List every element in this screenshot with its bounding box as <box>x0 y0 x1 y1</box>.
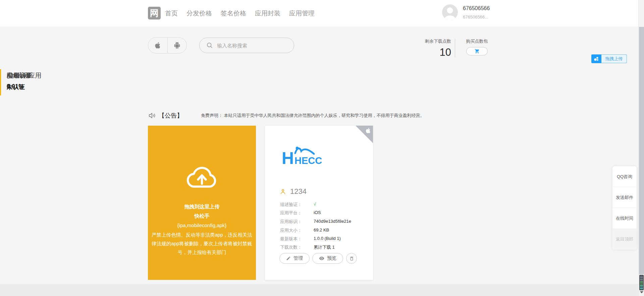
divider <box>455 39 455 57</box>
buy-points-label: 购买点数包 <box>463 38 491 44</box>
ribbon-apple-icon <box>365 127 371 134</box>
side-panel: QQ咨询 发送邮件 在线时间 返回顶部 <box>612 166 637 250</box>
cloud-upload-icon <box>182 162 222 192</box>
detail-label: 应用标识： <box>280 219 314 225</box>
upload-filetypes: {ipa,mobileconfig,apk} <box>148 222 256 228</box>
buy-points: 购买点数包 <box>463 38 491 55</box>
remaining-points-label: 剩余下载点数 <box>406 38 451 44</box>
footer-band <box>0 284 644 296</box>
app-users: 1234 <box>280 187 307 196</box>
svg-text:HECC: HECC <box>294 155 322 166</box>
upload-line1: 拖拽到这里上传 <box>148 204 256 210</box>
detail-label: 下载次数： <box>280 244 314 250</box>
cart-icon <box>475 49 480 54</box>
detail-value: 69.2 KB <box>314 227 329 234</box>
card-actions: 管理 预览 <box>279 253 357 264</box>
nav-item-signing-price[interactable]: 签名价格 <box>221 9 246 18</box>
nav-item-app-management[interactable]: 应用管理 <box>289 9 315 18</box>
drag-upload-button[interactable]: 拖拽上传 <box>591 54 627 63</box>
detail-row-platform: 应用平台： iOS <box>280 210 367 216</box>
detail-label: 描述验证： <box>280 202 314 208</box>
app-card: H HECC 1234 描述验证： √ 应用平台： iOS 应用标识： 740d… <box>265 126 373 280</box>
upload-dropzone[interactable]: 拖拽到这里上传 快松手 {ipa,mobileconfig,apk} 严禁上传色… <box>148 126 256 280</box>
remaining-points: 剩余下载点数 10 <box>406 38 451 58</box>
detail-row-identifier: 应用标识： 740d9e13d5f8e21e <box>280 219 367 225</box>
side-item-qq[interactable]: QQ咨询 <box>612 166 637 187</box>
scrollbar <box>638 0 644 296</box>
preview-button[interactable]: 预览 <box>312 253 343 264</box>
cloud-cluster-icon <box>591 54 601 63</box>
drag-upload-label: 拖拽上传 <box>601 54 627 63</box>
side-item-online-time[interactable]: 在线时间 <box>612 208 637 229</box>
svg-text:H: H <box>282 149 294 167</box>
app-logo[interactable]: H HECC <box>282 146 334 167</box>
scrollbar-down-arrow[interactable] <box>640 291 643 293</box>
delete-button[interactable] <box>346 253 357 264</box>
site-logo[interactable]: 网 <box>148 7 161 19</box>
person-icon <box>280 188 286 195</box>
header: 网 首页 分发价格 签名价格 应用封装 应用管理 676506566 67650… <box>0 0 644 27</box>
detail-value: √ <box>314 202 316 208</box>
announcement-text: 免费声明： 本站只适用于受中华人民共和国法律允许范围内的个人娱乐，研究和学习使用… <box>201 113 425 119</box>
search-input[interactable] <box>217 43 289 48</box>
site-logo-glyph: 网 <box>150 7 159 19</box>
trash-icon <box>349 256 354 261</box>
side-item-email[interactable]: 发送邮件 <box>612 187 637 208</box>
search-icon <box>206 42 213 49</box>
nav-item-distribution-price[interactable]: 分发价格 <box>186 9 212 18</box>
user-info: 676506566 676506566... <box>442 4 490 20</box>
upload-warning: 严禁上传色情、反动等非法类app，违反相关法律法规的app将被删除，屡次上传者将… <box>148 230 256 257</box>
speaker-icon <box>148 112 156 120</box>
detail-value: 累计下载 1 <box>314 244 335 250</box>
user-subname: 676506566... <box>463 14 490 19</box>
detail-row-size: 应用大小： 69.2 KB <box>280 227 367 234</box>
android-icon <box>174 42 180 49</box>
stat-value: 未认证 <box>7 83 84 91</box>
announcement: 【公告】 免费声明： 本站只适用于受中华人民共和国法律允许范围内的个人娱乐，研究… <box>148 112 425 120</box>
eye-icon <box>319 256 324 261</box>
apple-icon <box>154 42 161 49</box>
detail-row-downloads: 下载次数： 累计下载 1 <box>280 244 367 250</box>
pencil-icon <box>286 256 291 261</box>
announcement-title: 【公告】 <box>159 112 183 120</box>
detail-row-verify: 描述验证： √ <box>280 202 367 208</box>
manage-button[interactable]: 管理 <box>279 253 310 264</box>
stat-label: 实名认证 <box>7 71 84 80</box>
detail-label: 应用平台： <box>280 210 314 216</box>
avatar-person-icon <box>442 4 458 20</box>
remaining-points-value: 10 <box>406 46 451 58</box>
detail-label: 应用大小： <box>280 227 314 234</box>
stat-real-name-auth: 实名认证 未认证 <box>0 69 84 95</box>
nav-item-app-packaging[interactable]: 应用封装 <box>255 9 280 18</box>
detail-value: 1.0.0 (Build 1) <box>314 236 341 242</box>
platform-filter <box>148 37 187 53</box>
detail-label: 最新版本： <box>280 236 314 242</box>
app-users-count: 1234 <box>290 187 307 196</box>
detail-value: 740d9e13d5f8e21e <box>314 219 351 225</box>
scrollbar-thumb[interactable] <box>639 27 644 274</box>
buy-points-button[interactable] <box>466 47 488 55</box>
upload-line2: 快松手 <box>148 213 256 219</box>
filter-ios-button[interactable] <box>148 38 167 53</box>
extension-widget <box>639 275 644 290</box>
avatar[interactable] <box>442 4 458 20</box>
search-box <box>199 38 294 53</box>
filter-android-button[interactable] <box>167 38 187 53</box>
main-nav: 首页 分发价格 签名价格 应用封装 应用管理 <box>165 0 315 27</box>
side-item-back-to-top[interactable]: 返回顶部 <box>612 229 637 250</box>
preview-button-label: 预览 <box>327 255 336 261</box>
detail-row-version: 最新版本： 1.0.0 (Build 1) <box>280 236 367 242</box>
user-names: 676506566 676506566... <box>463 4 490 20</box>
username: 676506566 <box>463 5 490 11</box>
page: 网 首页 分发价格 签名价格 应用封装 应用管理 676506566 67650… <box>0 0 644 296</box>
manage-button-label: 管理 <box>293 255 303 261</box>
nav-item-home[interactable]: 首页 <box>165 9 178 18</box>
detail-value: iOS <box>314 210 321 216</box>
